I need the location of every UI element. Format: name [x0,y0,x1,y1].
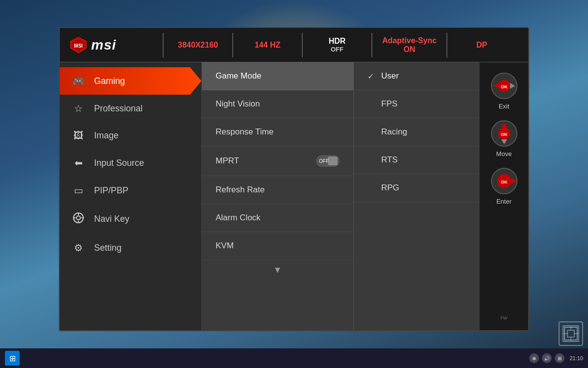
header-resolution: 3840X2160 [173,41,222,50]
osd-body: 🎮 Gaming ☆ Professional 🖼 Image ⬅ Input … [60,62,528,330]
chip-icon [559,321,583,346]
svg-text:OK: OK [501,84,508,89]
osd-panel: MSI msi 3840X2160 144 HZ HDR OFF Adaptiv… [59,27,529,331]
racing-label: Racing [381,127,407,137]
taskbar-icon-3: ⊞ [555,353,564,363]
middle-item-night-vision[interactable]: Night Vision [202,90,353,118]
taskbar: ⊞ ⊕ 🔊 ⊞ 21:10 [0,348,588,368]
pip-pbp-icon: ▭ [72,184,85,196]
header-divider-1 [163,33,164,57]
fps-label: FPS [381,99,397,109]
svg-rect-7 [74,217,75,218]
enter-control: OK Enter [490,167,518,205]
game-mode-label: Game Mode [216,71,262,81]
sidebar-item-setting[interactable]: ⚙ Setting [60,234,201,262]
navi-key-icon [72,212,85,226]
taskbar-icons: ⊕ 🔊 ⊞ [529,353,564,363]
enter-dpad-container[interactable]: OK [490,167,518,195]
header-hdr-value: OFF [313,46,362,53]
sidebar-item-gaming[interactable]: 🎮 Gaming [60,67,201,95]
sidebar-item-navi-key[interactable]: Navi Key [60,204,201,234]
sidebar-image-label: Image [94,131,119,141]
rts-label: RTS [381,155,398,165]
middle-item-mprt[interactable]: MPRT OFF [202,146,353,176]
header-divider-2 [232,33,233,57]
user-label: User [381,71,399,81]
svg-rect-8 [81,217,83,218]
svg-point-4 [76,216,80,220]
middle-item-game-mode[interactable]: Game Mode [202,62,353,90]
svg-rect-24 [567,330,574,337]
kvm-label: KVM [216,241,234,251]
middle-item-alarm-clock[interactable]: Alarm Clock [202,204,353,232]
sidebar-item-image[interactable]: 🖼 Image [60,122,201,149]
right-item-racing[interactable]: Racing [354,118,479,146]
header-divider-4 [371,33,372,57]
mprt-toggle[interactable]: OFF [316,155,340,167]
header-adaptive-sync-value: ON [382,45,437,54]
toggle-knob [328,157,338,165]
sidebar-professional-label: Professional [94,104,143,114]
middle-item-kvm[interactable]: KVM [202,232,353,260]
header-input-source: DP [457,41,506,50]
exit-label: Exit [499,103,510,110]
sidebar-input-source-label: Input Source [94,158,144,168]
sidebar-item-professional[interactable]: ☆ Professional [60,95,201,122]
svg-text:OK: OK [501,132,508,137]
svg-rect-23 [564,327,577,340]
enter-label: Enter [496,198,512,205]
header-divider-5 [446,33,447,57]
gaming-icon: 🎮 [72,75,85,87]
header-adaptive-sync: Adaptive-Sync ON [382,36,437,54]
sidebar-pip-pbp-label: PIP/PBP [94,185,128,196]
svg-text:MSI: MSI [74,43,83,49]
right-item-fps[interactable]: FPS [354,90,479,118]
start-button[interactable]: ⊞ [5,351,20,366]
refresh-rate-label: Refresh Rate [216,185,265,195]
sidebar-item-pip-pbp[interactable]: ▭ PIP/PBP [60,177,201,204]
exit-dpad[interactable]: OK [490,72,518,100]
middle-panel: Game Mode Night Vision Response Time MPR… [202,62,354,330]
right-item-rpg[interactable]: RPG [354,174,479,202]
response-time-label: Response Time [216,127,273,137]
controls-panel: OK Exit OK [479,62,528,330]
svg-rect-5 [78,213,79,215]
header-hdr-label: HDR [313,37,362,46]
sidebar-item-input-source[interactable]: ⬅ Input Source [60,149,201,177]
right-item-rts[interactable]: RTS [354,146,479,174]
exit-control: OK Exit [490,72,518,110]
header-divider-3 [302,33,303,57]
mprt-toggle-value: OFF [319,158,329,164]
msi-logo-text: msi [91,37,116,53]
image-icon: 🖼 [72,130,85,141]
middle-item-refresh-rate[interactable]: Refresh Rate [202,176,353,204]
svg-text:OK: OK [501,180,508,184]
header-hdr: HDR OFF [313,37,362,53]
header-refresh-hz: 144 HZ [243,41,292,50]
chip-watermark [559,321,583,346]
alarm-clock-label: Alarm Clock [216,213,261,223]
scroll-down-indicator: ▼ [202,260,353,280]
user-check-icon: ✓ [368,72,375,81]
move-label: Move [496,150,512,158]
fw-text: FW [501,315,508,320]
msi-shield-icon: MSI [70,36,87,54]
move-dpad[interactable]: OK [490,120,518,147]
osd-header: MSI msi 3840X2160 144 HZ HDR OFF Adaptiv… [60,28,528,62]
rpg-label: RPG [381,183,399,193]
right-item-user[interactable]: ✓ User [354,62,479,90]
setting-icon: ⚙ [72,242,85,254]
msi-logo: MSI msi [70,36,153,54]
sidebar: 🎮 Gaming ☆ Professional 🖼 Image ⬅ Input … [60,62,202,330]
move-control: OK Move [490,120,518,158]
middle-item-response-time[interactable]: Response Time [202,118,353,146]
taskbar-time: 21:10 [569,355,583,361]
taskbar-right: ⊕ 🔊 ⊞ 21:10 [529,353,583,363]
mprt-label: MPRT [216,156,239,166]
right-panel: ✓ User FPS Racing RTS RPG [354,62,479,330]
sidebar-navi-key-label: Navi Key [94,214,129,224]
professional-icon: ☆ [72,103,85,114]
taskbar-icon-2: 🔊 [542,353,552,363]
night-vision-label: Night Vision [216,99,260,109]
input-source-icon: ⬅ [72,157,85,169]
